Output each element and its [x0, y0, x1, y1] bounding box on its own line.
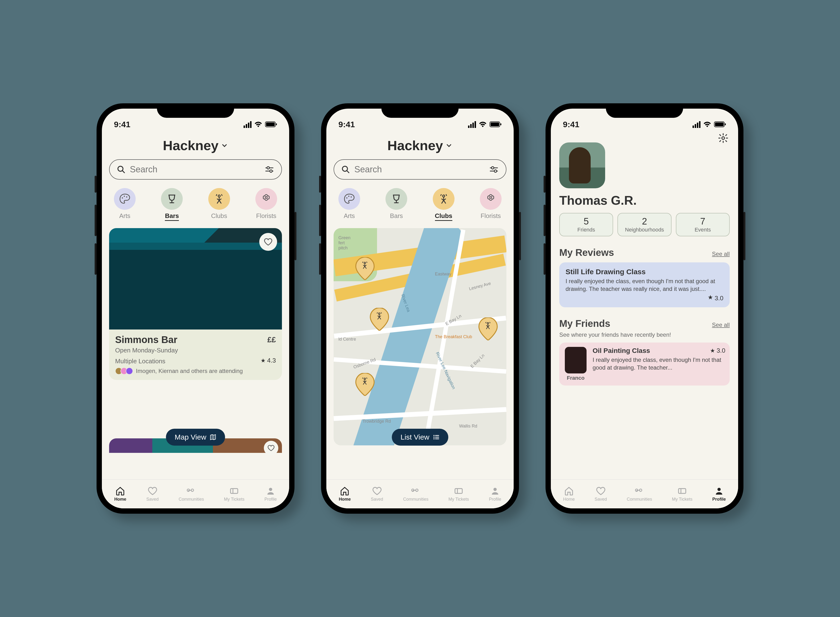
category-bars[interactable]: Bars [161, 188, 183, 221]
svg-point-27 [351, 196, 352, 198]
stat-friends[interactable]: 5 Friends [559, 213, 613, 236]
tab-bar: Home Saved Communities My Tickets Profil… [551, 480, 738, 508]
map-pin[interactable] [355, 257, 375, 280]
friend-event-title: Oil Painting Class [593, 347, 650, 354]
location-dropdown[interactable]: Hackney [109, 137, 282, 153]
category-florists[interactable]: Florists [255, 188, 277, 221]
chevron-down-icon [445, 142, 453, 149]
venue-price: ££ [267, 335, 276, 344]
category-clubs[interactable]: Clubs [208, 188, 230, 221]
phone-map-view: 9:41 Hackney Arts [321, 103, 519, 514]
venue-card[interactable]: Simmons Bar ££ Open Monday-Sunday Multip… [109, 228, 282, 380]
search-input[interactable] [354, 164, 485, 174]
cellular-icon [244, 121, 251, 128]
category-bars[interactable]: Bars [385, 188, 407, 221]
svg-point-11 [126, 196, 127, 198]
category-row: Arts Bars Clubs Florists [334, 188, 506, 221]
review-card[interactable]: Still Life Drawing Class I really enjoye… [559, 263, 730, 307]
wifi-icon [703, 120, 711, 129]
svg-point-12 [218, 195, 220, 197]
filter-icon[interactable] [264, 165, 274, 174]
status-time: 9:41 [563, 120, 579, 129]
reviews-header: My Reviews [559, 247, 614, 258]
svg-point-9 [122, 198, 123, 199]
favorite-button[interactable] [259, 233, 277, 251]
svg-rect-2 [276, 123, 277, 125]
stat-events[interactable]: 7 Events [676, 213, 730, 236]
tab-communities[interactable]: Communities [403, 486, 428, 502]
tab-communities[interactable]: Communities [179, 486, 204, 502]
map-view[interactable]: Green fert pitch Eastway Lesney Ave E Ba… [334, 228, 506, 445]
svg-point-35 [433, 437, 434, 438]
category-arts[interactable]: Arts [114, 188, 136, 221]
tab-saved[interactable]: Saved [146, 486, 159, 502]
filter-icon[interactable] [489, 165, 499, 174]
cellular-icon [468, 121, 476, 128]
tab-tickets[interactable]: My Tickets [672, 486, 692, 502]
tab-home[interactable]: Home [114, 486, 126, 502]
tab-saved[interactable]: Saved [371, 486, 383, 502]
phone-profile-view: 9:41 Thomas G.R. 5 Friends 2 Neighbourho… [546, 103, 743, 514]
friend-activity-card[interactable]: Franco Oil Painting Class 3.0 I really e… [559, 342, 730, 385]
search-bar[interactable] [109, 159, 282, 180]
friend-name: Franco [567, 375, 585, 381]
profile-name: Thomas G.R. [559, 193, 730, 208]
stats-row: 5 Friends 2 Neighbourhoods 7 Events [559, 213, 730, 236]
svg-rect-14 [230, 489, 238, 493]
see-all-reviews[interactable]: See all [712, 251, 730, 257]
friends-header: My Friends [559, 318, 610, 329]
status-time: 9:41 [338, 120, 355, 129]
tab-profile[interactable]: Profile [712, 486, 726, 502]
map-view-button[interactable]: Map View [166, 429, 225, 446]
battery-icon [265, 120, 277, 129]
favorite-button[interactable] [264, 441, 278, 455]
tab-profile[interactable]: Profile [264, 486, 277, 502]
attendees-row: Imogen, Kiernan and others are attending [115, 368, 276, 375]
svg-point-29 [490, 196, 492, 198]
search-icon [341, 165, 350, 174]
svg-rect-18 [500, 123, 501, 125]
svg-point-41 [493, 488, 496, 491]
map-icon [210, 434, 217, 441]
category-row: Arts Bars Clubs Florists [109, 188, 282, 221]
tab-home[interactable]: Home [339, 486, 351, 502]
venue-locations: Multiple Locations [115, 357, 165, 365]
tab-saved[interactable]: Saved [595, 486, 607, 502]
venue-rating: 4.3 [260, 357, 276, 364]
tab-tickets[interactable]: My Tickets [224, 486, 245, 502]
venue-hours: Open Monday-Sunday [115, 347, 276, 354]
tab-home[interactable]: Home [563, 486, 575, 502]
category-arts[interactable]: Arts [338, 188, 360, 221]
svg-point-13 [265, 196, 267, 198]
friend-rating: 3.0 [710, 347, 725, 354]
see-all-friends[interactable]: See all [712, 322, 730, 328]
cellular-icon [692, 121, 700, 128]
location-dropdown[interactable]: Hackney [334, 137, 506, 153]
review-rating: 3.0 [565, 295, 723, 302]
svg-point-34 [433, 435, 434, 436]
svg-rect-1 [266, 123, 275, 126]
svg-point-6 [267, 167, 269, 169]
map-pin[interactable] [355, 373, 375, 396]
friend-review-text: I really enjoyed the class, even though … [593, 356, 725, 372]
svg-point-8 [270, 170, 272, 172]
profile-avatar[interactable] [559, 142, 605, 188]
search-bar[interactable] [334, 159, 506, 180]
tab-profile[interactable]: Profile [489, 486, 501, 502]
category-clubs[interactable]: Clubs [433, 188, 455, 221]
svg-rect-40 [455, 489, 462, 493]
wifi-icon [254, 120, 262, 129]
tab-tickets[interactable]: My Tickets [449, 486, 469, 502]
stat-neighbourhoods[interactable]: 2 Neighbourhoods [617, 213, 671, 236]
list-view-button[interactable]: List View [392, 429, 448, 446]
venue-title: Simmons Bar [115, 334, 177, 345]
search-icon [117, 165, 125, 174]
map-pin[interactable] [478, 317, 498, 340]
search-input[interactable] [130, 164, 260, 174]
category-florists[interactable]: Florists [480, 188, 502, 221]
svg-point-22 [492, 167, 494, 169]
phone-list-view: 9:41 Hackney Arts [97, 103, 294, 514]
tab-communities[interactable]: Communities [627, 486, 652, 502]
svg-point-25 [346, 198, 348, 199]
map-pin[interactable] [370, 308, 389, 331]
